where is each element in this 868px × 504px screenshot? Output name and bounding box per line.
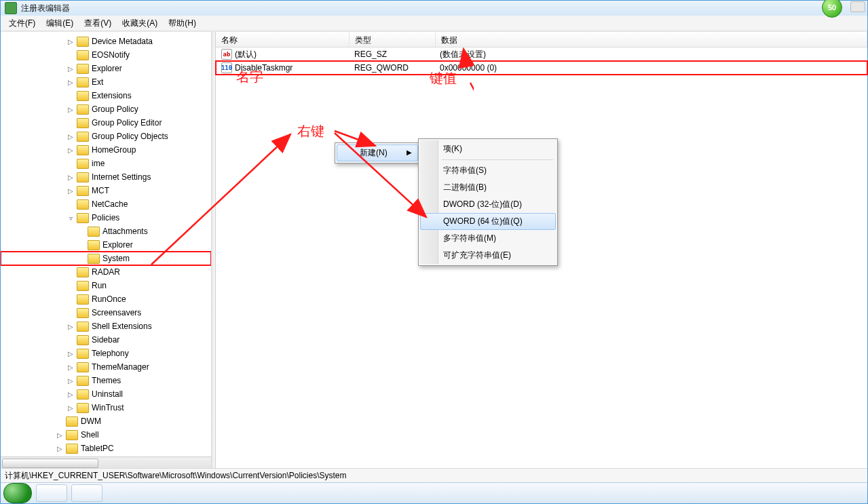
expand-icon[interactable]: ▷ [55,431,64,439]
folder-icon [77,267,89,277]
folder-icon [77,64,89,74]
tree-node[interactable]: Group Policy Editor [1,116,211,130]
submenu-item[interactable]: 二进制值(B) [420,179,556,196]
tree-node[interactable]: Run [1,279,211,292]
submenu-item-label: DWORD (32-位)值(D) [443,199,522,209]
expand-icon[interactable]: ▷ [66,391,75,398]
tree-node[interactable]: RADAR [1,265,211,279]
tree-node[interactable]: ▷Explorer [1,62,211,75]
tree-node[interactable]: ▿Policies [1,211,211,225]
col-data[interactable]: 数据 [436,32,867,47]
submenu-item[interactable]: 多字符串值(M) [420,230,556,247]
submenu-item-label: 可扩充字符串值(E) [443,250,511,260]
submenu-item[interactable]: QWORD (64 位)值(Q) [420,213,556,230]
tree-node-label: Explorer [102,240,133,250]
tree-node[interactable]: Screensavers [1,306,211,319]
registry-tree[interactable]: ▷Device MetadataEOSNotify▷Explorer▷ExtEx… [1,32,211,468]
submenu-item[interactable]: 项(K) [420,140,556,157]
window-controls[interactable] [850,1,865,12]
tree-node[interactable]: ▷Themes [1,374,211,387]
expand-icon[interactable]: ▷ [66,174,75,181]
tree-node-label: HomeGroup [92,145,136,155]
titlebar[interactable]: 注册表编辑器 50 [1,1,867,16]
expand-icon[interactable]: ▷ [66,404,75,412]
tree-pane[interactable]: ▷Device MetadataEOSNotify▷Explorer▷ExtEx… [1,32,212,468]
expand-icon[interactable]: ▷ [66,106,75,113]
value-row[interactable]: 110DisableTaskmgrREG_QWORD0x00000000 (0) [216,61,867,75]
expand-icon[interactable]: ▷ [66,133,75,140]
tree-node[interactable]: DWM [1,414,211,428]
expand-icon[interactable]: ▷ [66,350,75,357]
context-menu-new[interactable]: 新建(N) ▶ [337,144,418,161]
tree-node[interactable]: ▷Uninstall [1,387,211,401]
tree-node[interactable]: RunOnce [1,292,211,306]
taskbar-btn-2[interactable] [71,484,102,502]
new-submenu[interactable]: 项(K)字符串值(S)二进制值(B)DWORD (32-位)值(D)QWORD … [418,138,558,266]
tree-node[interactable]: ▷Device Metadata [1,35,211,48]
tree-node[interactable]: ▷MCT [1,184,211,197]
expand-icon[interactable]: ▷ [55,445,64,452]
col-type[interactable]: 类型 [350,32,436,47]
statusbar-path: 计算机\HKEY_CURRENT_USER\Software\Microsoft… [5,470,346,482]
tree-node[interactable]: ▷Ext [1,75,211,89]
expand-icon[interactable]: ▷ [66,147,75,154]
menu-help[interactable]: 帮助(H) [163,16,202,31]
col-name[interactable]: 名称 [216,32,350,47]
tree-node-label: Group Policy Objects [92,132,168,141]
taskbar[interactable] [1,482,867,503]
context-menu[interactable]: 新建(N) ▶ [335,142,420,163]
tree-node[interactable]: ▷Group Policy Objects [1,130,211,143]
expand-icon[interactable]: ▿ [66,214,75,222]
tree-node-label: System [102,254,130,263]
expand-icon[interactable]: ▷ [66,65,75,73]
submenu-item-label: 多字符串值(M) [443,233,496,243]
tree-node[interactable]: ▷Group Policy [1,102,211,116]
menu-fav[interactable]: 收藏夹(A) [117,16,163,31]
value-rows[interactable]: ab(默认)REG_SZ(数值未设置)110DisableTaskmgrREG_… [216,47,867,468]
folder-icon [77,145,89,155]
tree-node-label: Policies [92,213,119,222]
tree-node-label: Shell Extensions [92,322,152,331]
tree-node[interactable]: System [1,252,211,265]
expand-icon[interactable]: ▷ [66,187,75,195]
tree-node[interactable]: Sidebar [1,333,211,347]
tree-node[interactable]: ▷TabletPC [1,442,211,455]
tree-node-label: Ext [92,77,103,87]
tree-node[interactable]: ime [1,157,211,170]
tree-node[interactable]: ▷ThemeManager [1,360,211,374]
scrollbar-thumb[interactable] [2,459,98,468]
tree-node[interactable]: ▷WinTrust [1,401,211,414]
folder-icon [77,77,89,88]
start-orb-icon[interactable] [3,483,32,503]
menu-file[interactable]: 文件(F) [3,16,41,31]
list-header: 名称 类型 数据 [216,32,867,47]
submenu-item-label: 二进制值(B) [443,182,487,192]
tree-node[interactable]: ▷Telephony [1,347,211,360]
submenu-item[interactable]: DWORD (32-位)值(D) [420,196,556,213]
expand-icon[interactable]: ▷ [66,323,75,330]
expand-icon[interactable]: ▷ [66,364,75,371]
menu-edit[interactable]: 编辑(E) [41,16,79,31]
tree-node[interactable]: Attachments [1,225,211,238]
taskbar-btn-1[interactable] [36,484,67,502]
tree-h-scrollbar[interactable] [1,457,211,468]
value-row[interactable]: ab(默认)REG_SZ(数值未设置) [216,47,867,61]
submenu-item[interactable]: 字符串值(S) [420,162,556,179]
tree-node-label: Telephony [92,349,129,358]
tree-node[interactable]: NetCache [1,197,211,211]
tree-node[interactable]: ▷Shell Extensions [1,319,211,333]
tree-node[interactable]: ▷Shell [1,428,211,442]
tree-node-label: DWM [81,416,101,426]
expand-icon[interactable]: ▷ [66,38,75,45]
tree-node[interactable]: Explorer [1,238,211,252]
submenu-item[interactable]: 可扩充字符串值(E) [420,247,556,264]
expand-icon[interactable]: ▷ [66,79,75,86]
menu-view[interactable]: 查看(V) [79,16,117,31]
tree-node[interactable]: Extensions [1,89,211,102]
folder-icon [77,362,89,372]
tree-node-label: MCT [92,186,109,195]
expand-icon[interactable]: ▷ [66,377,75,385]
tree-node[interactable]: EOSNotify [1,48,211,62]
tree-node[interactable]: ▷HomeGroup [1,143,211,157]
tree-node[interactable]: ▷Internet Settings [1,170,211,184]
